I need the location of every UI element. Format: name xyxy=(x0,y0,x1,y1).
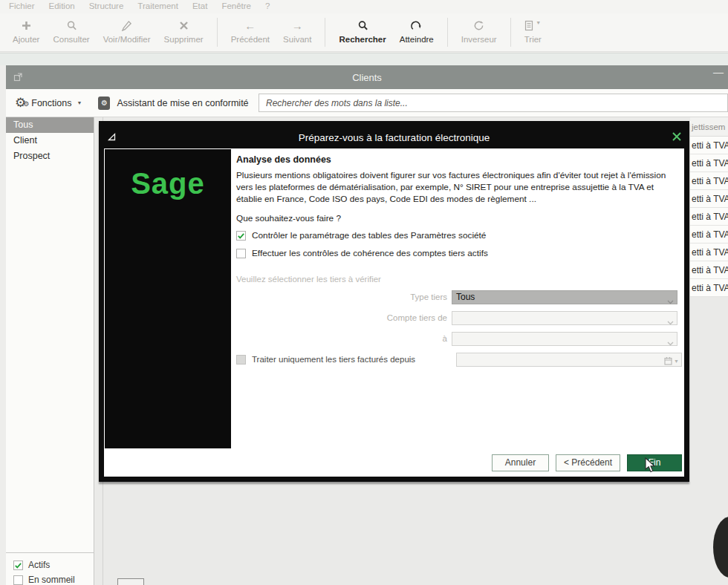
list-item[interactable]: etti à TVA xyxy=(690,137,728,154)
annuler-button[interactable]: Annuler xyxy=(492,454,549,471)
list-item[interactable]: etti à TVA xyxy=(690,208,728,226)
window-titlebar: Clients — xyxy=(6,65,728,89)
list-item[interactable]: etti à TVA xyxy=(690,154,728,172)
column-header[interactable]: jettissem xyxy=(690,117,728,137)
gear-icon: ⚙⚙ xyxy=(15,97,26,109)
toolbar-separator xyxy=(447,18,448,47)
coherence-label: Effectuer les contrôles de cohérence des… xyxy=(252,248,488,258)
assistant-icon: ⚙ xyxy=(98,97,110,110)
ajouter-label: Ajouter xyxy=(13,35,39,44)
consulter-label: Consulter xyxy=(53,35,89,44)
close-icon[interactable] xyxy=(671,131,683,145)
workspace-strip xyxy=(0,53,728,65)
arrow-right-icon: → xyxy=(292,19,303,31)
atteindre-button[interactable]: Atteindre xyxy=(393,13,441,51)
search-input[interactable] xyxy=(259,94,728,112)
dialog-body: Sage Analyse des données Plusieurs menti… xyxy=(104,148,684,477)
arrow-left-icon: ← xyxy=(244,19,256,31)
type-tiers-label: Type tiers xyxy=(236,292,452,301)
list-item[interactable]: etti à TVA xyxy=(690,226,728,244)
check-icon xyxy=(237,232,245,240)
consulter-button[interactable]: Consulter xyxy=(46,13,96,51)
compte-de-label: Compte tiers de xyxy=(236,313,452,322)
menu-structure[interactable]: Structure xyxy=(89,1,124,13)
facturation-wizard-dialog: Préparez-vous à la facturation électroni… xyxy=(99,121,689,482)
partial-bottom-button[interactable] xyxy=(117,578,144,585)
assistant-conformite-button[interactable]: ⚙ Assistant de mise en conformité xyxy=(98,97,248,110)
supprimer-button[interactable]: Supprimer xyxy=(157,13,210,51)
toolbar-separator xyxy=(325,18,325,47)
inverseur-button[interactable]: Inverseur xyxy=(455,13,504,51)
ajouter-button[interactable]: Ajouter xyxy=(6,13,46,51)
toolbar-separator xyxy=(510,18,511,47)
precedent-step-button[interactable]: < Précédent xyxy=(556,454,620,471)
compte-a-label: à xyxy=(236,334,452,343)
wizard-icon xyxy=(107,132,117,144)
type-tiers-row: Type tiers Tous xyxy=(236,290,682,304)
list-item[interactable]: etti à TVA xyxy=(690,190,728,208)
dialog-content: Analyse des données Plusieurs mentions o… xyxy=(236,154,682,373)
date-filter-checkbox[interactable] xyxy=(236,355,246,365)
sidebar: Tous Client Prospect Actifs En sommeil xyxy=(6,117,94,585)
tiers-form: Type tiers Tous Compte tiers de xyxy=(236,290,682,367)
check-icon xyxy=(14,561,22,569)
goto-arc-icon xyxy=(411,19,422,31)
list-item[interactable]: etti à TVA xyxy=(690,261,728,279)
dialog-title: Préparez-vous à la facturation électroni… xyxy=(299,132,490,143)
option-controler-parametrage[interactable]: Contrôler le paramétrage des tables des … xyxy=(236,229,682,241)
voir-modifier-label: Voir/Modifier xyxy=(103,35,151,44)
menu-edition[interactable]: Edition xyxy=(49,1,75,13)
date-field[interactable]: ▼ xyxy=(456,353,682,367)
compte-a-select[interactable] xyxy=(452,332,677,346)
list-item[interactable]: etti à TVA xyxy=(690,279,728,297)
magnifier-icon xyxy=(66,19,77,31)
menu-fenetre[interactable]: Fenêtre xyxy=(221,1,251,13)
menu-help[interactable]: ? xyxy=(265,1,270,13)
sage-logo: Sage xyxy=(131,167,205,200)
sidebar-filters: Actifs En sommeil xyxy=(6,552,94,585)
rechercher-button[interactable]: Rechercher xyxy=(332,13,392,51)
menu-etat[interactable]: Etat xyxy=(192,1,207,13)
function-bar: ⚙⚙ Fonctions ▼ ⚙ Assistant de mise en co… xyxy=(6,89,728,117)
supprimer-label: Supprimer xyxy=(164,35,204,44)
chevron-down-icon xyxy=(667,295,674,308)
window-icon xyxy=(13,72,23,84)
filter-actifs[interactable]: Actifs xyxy=(13,560,94,570)
actifs-checkbox[interactable] xyxy=(13,561,23,570)
window-title: Clients xyxy=(352,72,382,83)
en-sommeil-checkbox[interactable] xyxy=(13,575,23,585)
filter-en-sommeil[interactable]: En sommeil xyxy=(13,575,94,585)
menu-traitement[interactable]: Traitement xyxy=(137,1,178,13)
menubar: Fichier Edition Structure Traitement Eta… xyxy=(0,0,728,13)
minimize-button[interactable]: — xyxy=(713,66,724,78)
type-tiers-value: Tous xyxy=(456,292,475,302)
sidebar-item-client[interactable]: Client xyxy=(6,133,94,148)
voir-modifier-button[interactable]: Voir/Modifier xyxy=(97,13,157,51)
type-tiers-select[interactable]: Tous xyxy=(452,290,677,304)
sidebar-item-tous[interactable]: Tous xyxy=(6,117,94,133)
sidebar-item-prospect[interactable]: Prospect xyxy=(6,148,94,164)
menu-fichier[interactable]: Fichier xyxy=(9,1,35,13)
suivant-button[interactable]: → Suivant xyxy=(276,13,318,51)
date-filter-toggle[interactable]: Traiter uniquement les tiers facturés de… xyxy=(236,355,456,365)
gear-small-icon: ⚙ xyxy=(23,98,29,111)
dialog-paragraph: Plusieurs mentions obligatoires doivent … xyxy=(236,170,682,205)
precedent-button[interactable]: ← Précédent xyxy=(224,13,276,51)
controler-checkbox[interactable] xyxy=(236,231,246,241)
tiers-hint: Veuillez sélectionner les tiers à vérifi… xyxy=(236,275,682,284)
calendar-icon[interactable]: ▼ xyxy=(664,355,679,367)
list-item[interactable]: etti à TVA xyxy=(690,172,728,190)
option-controles-coherence[interactable]: Effectuer les contrôles de cohérence des… xyxy=(236,247,682,259)
chevron-down-icon xyxy=(667,316,674,329)
trier-label: Trier xyxy=(524,35,542,44)
list-item[interactable]: etti à TVA xyxy=(690,244,728,261)
chevron-down-icon: ▼ xyxy=(77,100,82,105)
dialog-question: Que souhaitez-vous faire ? xyxy=(236,213,682,223)
plus-icon xyxy=(21,19,32,31)
coherence-checkbox[interactable] xyxy=(236,249,246,258)
compte-de-select[interactable] xyxy=(452,311,677,325)
compte-a-row: à xyxy=(236,331,682,346)
trier-button[interactable]: ▼ Trier xyxy=(518,13,548,51)
suivant-label: Suivant xyxy=(283,35,311,44)
fonctions-button[interactable]: ⚙⚙ Fonctions ▼ xyxy=(15,97,82,109)
